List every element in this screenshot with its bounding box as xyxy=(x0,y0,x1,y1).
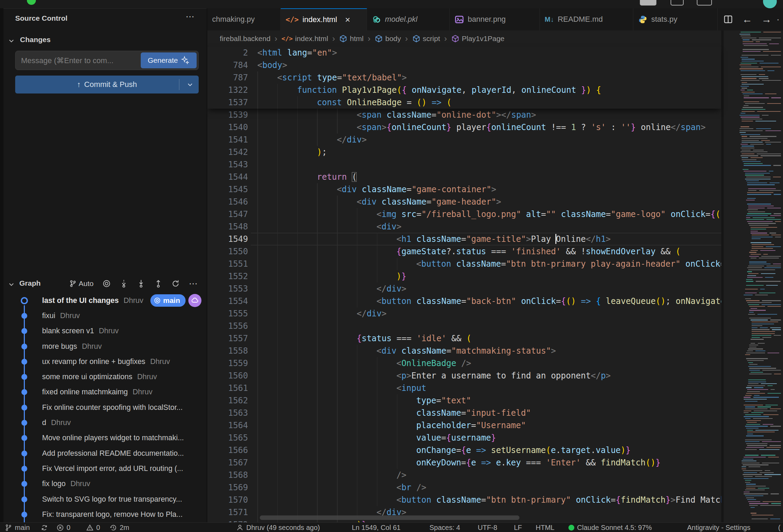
sticky-scroll[interactable]: 2<html lang="en">784<body>787<script typ… xyxy=(207,47,721,109)
code-line-1568[interactable]: 1568/> xyxy=(207,469,721,481)
commit-row[interactable]: more bugsDhruv xyxy=(3,339,207,354)
breadcrumb-item-body[interactable]: body xyxy=(375,35,401,43)
code-line-1557[interactable]: 1557{status === 'idle' && ( xyxy=(207,332,721,345)
commit-row[interactable]: ux revamp for online + bugfixesDhruv xyxy=(3,354,207,369)
code-line-1322[interactable]: 1322function Play1v1Page({ onNavigate, p… xyxy=(207,84,721,96)
code-line-1569[interactable]: 1569<br /> xyxy=(207,481,721,494)
source-control-more-icon[interactable]: ⋯ xyxy=(186,11,195,22)
code-line-784[interactable]: 784<body> xyxy=(207,59,721,71)
status--[interactable]: ( xyxy=(778,523,781,532)
commit-row[interactable]: Fix: transparent logo, remove How to Pla… xyxy=(3,507,207,522)
code-line-1547[interactable]: 1547<img src="/fireball_logo.png" alt=""… xyxy=(207,208,721,220)
graph-more-icon[interactable]: ⋯ xyxy=(189,278,198,289)
go-back-icon[interactable]: ← xyxy=(742,13,752,25)
changes-section-header[interactable]: Changes xyxy=(20,36,51,44)
status-branch[interactable]: main xyxy=(5,523,30,532)
status-antigravity-settings[interactable]: Antigravity - Settings xyxy=(687,523,750,532)
status-dhruv-49-seconds-ago-[interactable]: Dhruv (49 seconds ago) xyxy=(236,523,320,532)
commit-row[interactable]: Move online players widget to matchmaki.… xyxy=(3,431,207,446)
code-line-1537[interactable]: 1537const OnlineBadge = () => ( xyxy=(207,96,721,109)
code-line-1564[interactable]: 1564placeholder="Username" xyxy=(207,419,721,432)
chevron-down-icon[interactable] xyxy=(8,38,14,44)
status-error[interactable]: 0 xyxy=(57,523,70,532)
code-area[interactable]: 1539<span className="online-dot"></span>… xyxy=(207,109,721,522)
code-line-1560[interactable]: 1560<p>Enter a username to find an oppon… xyxy=(207,370,721,382)
commit-row[interactable]: dDhruv xyxy=(3,415,207,430)
breadcrumb-item-Play1v1Page[interactable]: Play1v1Page xyxy=(451,35,505,43)
layout-icon[interactable] xyxy=(640,0,656,6)
fetch-icon[interactable] xyxy=(120,279,128,288)
push-icon[interactable] xyxy=(154,279,162,288)
breadcrumb-item-index.html[interactable]: </>index.html xyxy=(281,35,328,43)
status-warning[interactable]: 0 xyxy=(86,523,100,532)
branch-auto-filter[interactable]: Auto xyxy=(69,279,93,288)
pull-icon[interactable] xyxy=(137,279,145,288)
split-editor-icon[interactable] xyxy=(723,14,733,24)
editor-more-icon[interactable]: · xyxy=(776,14,780,25)
code-line-1554[interactable]: 1554<button className="back-btn" onClick… xyxy=(207,295,721,307)
status-sync[interactable] xyxy=(41,523,48,532)
close-icon[interactable]: × xyxy=(345,14,350,25)
code-line-1543[interactable]: 1543 xyxy=(207,158,721,171)
code-line-1549[interactable]: 1549<h1 className="game-title">Play Onli… xyxy=(207,233,721,245)
code-line-1556[interactable]: 1556 xyxy=(207,320,721,332)
commit-row[interactable]: fixuiDhruv xyxy=(3,308,207,323)
code-line-2[interactable]: 2<html lang="en"> xyxy=(207,47,721,59)
code-line-1553[interactable]: 1553</div> xyxy=(207,283,721,295)
code-line-1545[interactable]: 1545<div className="game-container"> xyxy=(207,183,721,196)
code-line-1567[interactable]: 1567onKeyDown={e => e.key === 'Enter' &&… xyxy=(207,456,721,469)
tab-index.html[interactable]: </>index.html× xyxy=(281,8,367,30)
panel-icon[interactable] xyxy=(671,0,684,6)
status-spaces-4[interactable]: Spaces: 4 xyxy=(429,523,460,532)
go-forward-icon[interactable]: → xyxy=(761,13,772,25)
branch-badge[interactable]: main xyxy=(150,294,186,307)
code-line-1548[interactable]: 1548<div> xyxy=(207,220,721,233)
tab-stats.py[interactable]: stats.py xyxy=(633,8,718,30)
breadcrumb-item-html[interactable]: html xyxy=(339,35,364,43)
status-ln-1549-col-61[interactable]: Ln 1549, Col 61 xyxy=(352,523,400,532)
code-line-1561[interactable]: 1561<input xyxy=(207,382,721,394)
tab-chmaking.py[interactable]: chmaking.py xyxy=(207,8,281,30)
macos-green-traffic-light[interactable] xyxy=(27,0,36,5)
split-layout-icon[interactable] xyxy=(697,0,712,6)
tab-banner.png[interactable]: banner.png xyxy=(450,8,540,30)
horizontal-scrollbar[interactable] xyxy=(260,515,519,520)
commit-row[interactable]: Add professional README documentatio... xyxy=(3,446,207,461)
code-line-1541[interactable]: 1541</div> xyxy=(207,134,721,146)
account-avatar[interactable] xyxy=(763,0,777,8)
code-line-1550[interactable]: 1550{gameState?.status === 'finished' &&… xyxy=(207,245,721,258)
breadcrumb[interactable]: fireball.backend›</>index.html›html›body… xyxy=(207,30,730,47)
breadcrumb-item-fireball.backend[interactable]: fireball.backend xyxy=(220,35,270,43)
commit-options-chevron-icon[interactable] xyxy=(187,81,193,88)
commit-row[interactable]: fixed online matchmkaimgDhruv xyxy=(3,385,207,400)
code-line-1555[interactable]: 1555</div> xyxy=(207,307,721,320)
code-line-1570[interactable]: 1570<button className="btn btn-primary" … xyxy=(207,494,721,506)
code-line-1544[interactable]: 1544return ( xyxy=(207,171,721,183)
commit-message-input[interactable] xyxy=(20,51,139,70)
code-line-1540[interactable]: 1540<span>{onlineCount} player{onlineCou… xyxy=(207,121,721,134)
commit-and-push-button[interactable]: ↑ Commit & Push xyxy=(15,76,199,93)
chevron-down-icon[interactable] xyxy=(8,281,14,287)
status-html[interactable]: HTML xyxy=(536,523,554,532)
commit-row[interactable]: Fix online counter spoofing with localSt… xyxy=(3,400,207,415)
code-line-1539[interactable]: 1539<span className="online-dot"></span> xyxy=(207,109,721,121)
tab-model.pkl[interactable]: model.pkl xyxy=(367,8,450,30)
commit-row[interactable]: last of the UI changesDhruvmain xyxy=(3,293,207,308)
code-line-1559[interactable]: 1559<OnlineBadge /> xyxy=(207,357,721,370)
status-history[interactable]: 2m xyxy=(110,523,129,532)
code-line-1562[interactable]: 1562type="text" xyxy=(207,394,721,407)
code-line-1566[interactable]: 1566onChange={e => setUsername(e.target.… xyxy=(207,444,721,456)
tab-README.md[interactable]: M↓README.md xyxy=(540,8,633,30)
status-claude-sonnet-4-5-97-[interactable]: Claude Sonnet 4.5: 97% xyxy=(568,523,652,532)
status-lf[interactable]: LF xyxy=(514,523,522,532)
code-line-1552[interactable]: 1552)} xyxy=(207,270,721,283)
code-line-1551[interactable]: 1551<button className="btn btn-primary p… xyxy=(207,258,721,270)
minimap[interactable] xyxy=(724,30,783,522)
cloud-badge[interactable] xyxy=(188,294,201,307)
refresh-icon[interactable] xyxy=(171,279,180,288)
breadcrumb-item-script[interactable]: script xyxy=(412,35,440,43)
graph-section-header[interactable]: Graph xyxy=(19,279,41,287)
code-line-1563[interactable]: 1563className="input-field" xyxy=(207,407,721,419)
commit-row[interactable]: fix logoDhruv xyxy=(3,476,207,492)
target-icon[interactable] xyxy=(102,279,111,288)
